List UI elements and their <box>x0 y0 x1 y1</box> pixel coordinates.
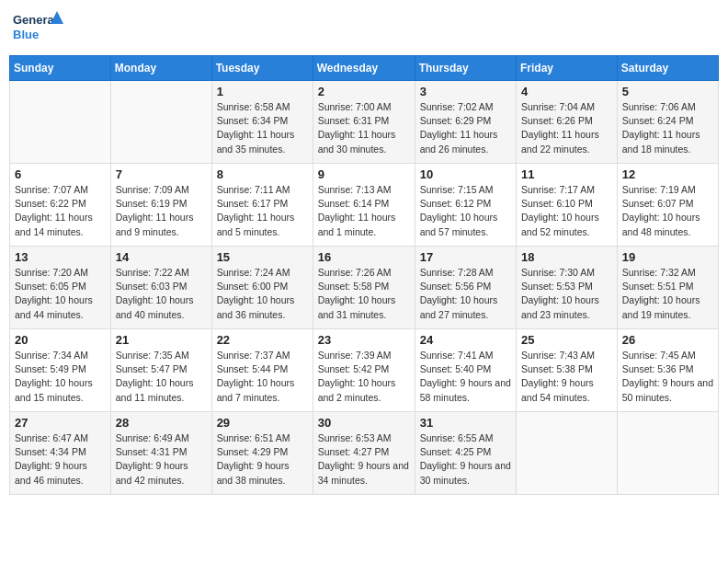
logo-svg: General Blue <box>13 9 63 48</box>
day-info: Sunrise: 7:41 AMSunset: 5:40 PMDaylight:… <box>420 349 511 405</box>
day-info: Sunrise: 7:32 AMSunset: 5:51 PMDaylight:… <box>622 266 713 322</box>
day-info: Sunrise: 7:11 AMSunset: 6:17 PMDaylight:… <box>217 183 308 239</box>
calendar-cell: 17Sunrise: 7:28 AMSunset: 5:56 PMDayligh… <box>415 247 516 329</box>
day-number: 20 <box>15 333 106 347</box>
calendar-cell <box>517 412 618 495</box>
day-info: Sunrise: 7:15 AMSunset: 6:12 PMDaylight:… <box>420 183 511 239</box>
day-number: 10 <box>420 167 511 181</box>
day-info: Sunrise: 7:30 AMSunset: 5:53 PMDaylight:… <box>521 266 612 322</box>
calendar-cell: 1Sunrise: 6:58 AMSunset: 6:34 PMDaylight… <box>211 81 313 164</box>
calendar-cell: 13Sunrise: 7:20 AMSunset: 6:05 PMDayligh… <box>10 247 111 329</box>
calendar-cell: 24Sunrise: 7:41 AMSunset: 5:40 PMDayligh… <box>415 329 516 412</box>
day-number: 2 <box>318 85 410 98</box>
calendar-cell: 29Sunrise: 6:51 AMSunset: 4:29 PMDayligh… <box>211 412 313 495</box>
day-number: 12 <box>622 167 713 181</box>
day-info: Sunrise: 7:34 AMSunset: 5:49 PMDaylight:… <box>15 349 106 405</box>
day-number: 25 <box>521 333 612 347</box>
day-info: Sunrise: 7:20 AMSunset: 6:05 PMDaylight:… <box>15 266 106 322</box>
day-number: 31 <box>420 416 511 430</box>
calendar-week-row: 13Sunrise: 7:20 AMSunset: 6:05 PMDayligh… <box>10 247 719 329</box>
calendar-table: SundayMondayTuesdayWednesdayThursdayFrid… <box>9 55 719 495</box>
day-number: 26 <box>622 333 713 347</box>
calendar-cell: 5Sunrise: 7:06 AMSunset: 6:24 PMDaylight… <box>617 81 718 164</box>
day-number: 18 <box>521 250 612 264</box>
day-info: Sunrise: 7:22 AMSunset: 6:03 PMDaylight:… <box>116 266 207 322</box>
day-number: 3 <box>420 85 511 98</box>
day-info: Sunrise: 7:19 AMSunset: 6:07 PMDaylight:… <box>622 183 713 239</box>
day-number: 6 <box>15 167 106 181</box>
svg-text:General: General <box>13 13 57 27</box>
day-info: Sunrise: 7:06 AMSunset: 6:24 PMDaylight:… <box>622 100 713 156</box>
day-info: Sunrise: 7:13 AMSunset: 6:14 PMDaylight:… <box>318 183 410 239</box>
calendar-cell: 23Sunrise: 7:39 AMSunset: 5:42 PMDayligh… <box>313 329 415 412</box>
day-of-week-header: Sunday <box>10 56 111 81</box>
day-of-week-header: Thursday <box>415 56 516 81</box>
calendar-cell <box>617 412 718 495</box>
day-number: 24 <box>420 333 511 347</box>
svg-text:Blue: Blue <box>13 28 39 41</box>
day-info: Sunrise: 7:35 AMSunset: 5:47 PMDaylight:… <box>116 349 207 405</box>
day-number: 23 <box>318 333 410 347</box>
calendar-week-row: 6Sunrise: 7:07 AMSunset: 6:22 PMDaylight… <box>10 164 719 247</box>
calendar-cell: 9Sunrise: 7:13 AMSunset: 6:14 PMDaylight… <box>313 164 415 247</box>
calendar-cell: 6Sunrise: 7:07 AMSunset: 6:22 PMDaylight… <box>10 164 111 247</box>
day-info: Sunrise: 7:17 AMSunset: 6:10 PMDaylight:… <box>521 183 612 239</box>
calendar-cell: 11Sunrise: 7:17 AMSunset: 6:10 PMDayligh… <box>517 164 618 247</box>
calendar-cell <box>10 81 111 164</box>
day-of-week-header: Monday <box>110 56 211 81</box>
day-info: Sunrise: 7:37 AMSunset: 5:44 PMDaylight:… <box>217 349 308 405</box>
calendar-cell: 22Sunrise: 7:37 AMSunset: 5:44 PMDayligh… <box>211 329 313 412</box>
day-info: Sunrise: 6:58 AMSunset: 6:34 PMDaylight:… <box>217 100 308 156</box>
day-number: 16 <box>318 250 410 264</box>
day-of-week-header: Tuesday <box>211 56 313 81</box>
day-number: 11 <box>521 167 612 181</box>
day-info: Sunrise: 7:43 AMSunset: 5:38 PMDaylight:… <box>521 349 612 405</box>
calendar-cell: 27Sunrise: 6:47 AMSunset: 4:34 PMDayligh… <box>10 412 111 495</box>
calendar-cell: 18Sunrise: 7:30 AMSunset: 5:53 PMDayligh… <box>517 247 618 329</box>
day-info: Sunrise: 7:28 AMSunset: 5:56 PMDaylight:… <box>420 266 511 322</box>
day-number: 9 <box>318 167 410 181</box>
calendar-cell: 26Sunrise: 7:45 AMSunset: 5:36 PMDayligh… <box>617 329 718 412</box>
calendar-cell: 16Sunrise: 7:26 AMSunset: 5:58 PMDayligh… <box>313 247 415 329</box>
calendar-cell: 15Sunrise: 7:24 AMSunset: 6:00 PMDayligh… <box>211 247 313 329</box>
calendar-cell: 4Sunrise: 7:04 AMSunset: 6:26 PMDaylight… <box>517 81 618 164</box>
day-number: 13 <box>15 250 106 264</box>
day-number: 29 <box>217 416 308 430</box>
day-number: 17 <box>420 250 511 264</box>
calendar-cell: 21Sunrise: 7:35 AMSunset: 5:47 PMDayligh… <box>110 329 211 412</box>
day-info: Sunrise: 6:55 AMSunset: 4:25 PMDaylight:… <box>420 431 511 488</box>
day-info: Sunrise: 7:07 AMSunset: 6:22 PMDaylight:… <box>15 183 106 239</box>
calendar-cell: 28Sunrise: 6:49 AMSunset: 4:31 PMDayligh… <box>110 412 211 495</box>
calendar-cell: 3Sunrise: 7:02 AMSunset: 6:29 PMDaylight… <box>415 81 516 164</box>
day-info: Sunrise: 7:09 AMSunset: 6:19 PMDaylight:… <box>116 183 207 239</box>
day-info: Sunrise: 6:53 AMSunset: 4:27 PMDaylight:… <box>318 431 410 488</box>
page-header: General Blue <box>9 9 719 48</box>
calendar-cell: 12Sunrise: 7:19 AMSunset: 6:07 PMDayligh… <box>617 164 718 247</box>
day-of-week-header: Wednesday <box>313 56 415 81</box>
day-number: 22 <box>217 333 308 347</box>
calendar-cell: 20Sunrise: 7:34 AMSunset: 5:49 PMDayligh… <box>10 329 111 412</box>
calendar-cell: 25Sunrise: 7:43 AMSunset: 5:38 PMDayligh… <box>517 329 618 412</box>
calendar-cell: 14Sunrise: 7:22 AMSunset: 6:03 PMDayligh… <box>110 247 211 329</box>
day-number: 7 <box>116 167 207 181</box>
day-number: 27 <box>15 416 106 430</box>
day-number: 19 <box>622 250 713 264</box>
calendar-week-row: 27Sunrise: 6:47 AMSunset: 4:34 PMDayligh… <box>10 412 719 495</box>
calendar-cell: 8Sunrise: 7:11 AMSunset: 6:17 PMDaylight… <box>211 164 313 247</box>
day-number: 15 <box>217 250 308 264</box>
calendar-cell: 10Sunrise: 7:15 AMSunset: 6:12 PMDayligh… <box>415 164 516 247</box>
day-number: 14 <box>116 250 207 264</box>
day-info: Sunrise: 7:39 AMSunset: 5:42 PMDaylight:… <box>318 349 410 405</box>
day-info: Sunrise: 7:00 AMSunset: 6:31 PMDaylight:… <box>318 100 410 156</box>
day-number: 28 <box>116 416 207 430</box>
day-info: Sunrise: 6:47 AMSunset: 4:34 PMDaylight:… <box>15 431 106 488</box>
day-number: 21 <box>116 333 207 347</box>
logo: General Blue <box>13 9 63 48</box>
day-number: 4 <box>521 85 612 98</box>
calendar-cell: 19Sunrise: 7:32 AMSunset: 5:51 PMDayligh… <box>617 247 718 329</box>
day-info: Sunrise: 7:02 AMSunset: 6:29 PMDaylight:… <box>420 100 511 156</box>
calendar-cell: 2Sunrise: 7:00 AMSunset: 6:31 PMDaylight… <box>313 81 415 164</box>
day-number: 30 <box>318 416 410 430</box>
calendar-cell: 31Sunrise: 6:55 AMSunset: 4:25 PMDayligh… <box>415 412 516 495</box>
day-info: Sunrise: 7:26 AMSunset: 5:58 PMDaylight:… <box>318 266 410 322</box>
